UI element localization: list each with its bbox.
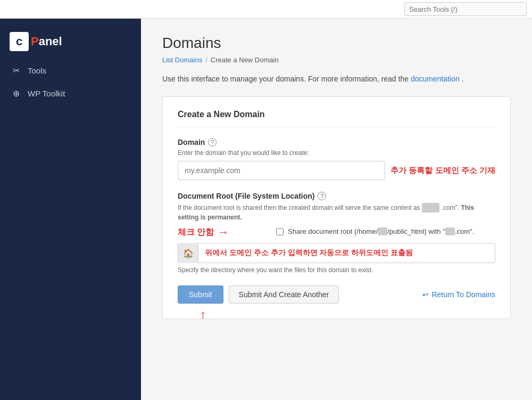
masked-domain-1 [422,203,439,213]
form-card: Create a New Domain Domain ? Enter the d… [162,96,511,319]
domain-help-icon[interactable]: ? [208,138,217,146]
domain-field-hint: Enter the domain that you would like to … [178,149,495,157]
return-to-domains-link[interactable]: ↩ Return To Domains [422,290,495,299]
main-layout: c Panel ✂ Tools ⊕ WP Toolkit Domains Lis… [0,19,532,400]
checkbox-row: Share document root (/home/ /public_html… [276,227,495,235]
submit-another-button[interactable]: Submit And Create Another [229,285,339,304]
domain-field-group: Domain ? Enter the domain that you would… [178,138,495,180]
top-bar [0,0,532,19]
domain-label-text: Domain [178,138,205,146]
check-label-text: 체크 안함 [178,227,214,238]
sidebar-item-tools-label: Tools [28,66,46,75]
submit-arrow-icon: ↑ [200,308,206,322]
form-card-title: Create a New Domain [178,110,495,127]
submit-button[interactable]: Submit [178,285,223,304]
logo-c-letter: c [16,35,22,48]
home-icon: 🏠 [178,243,198,263]
checkbox-label: Share document root (/home/ /public_html… [288,227,474,235]
check-annotation-label: 체크 안함 → [178,225,229,239]
checkbox-suffix: .com". [455,227,474,235]
dir-input-row: 🏠 위에서 도메인 주소 추가 입력하면 자동으로 하위도메인 표출됨 [178,243,495,263]
breadcrumb: List Domains / Create a New Domain [162,56,511,64]
documentation-link[interactable]: documentation [411,75,460,83]
checkbox-wrapper: 체크 안함 → Share document root (/home/ /pub… [276,227,495,235]
domain-field-label: Domain ? [178,138,495,146]
sidebar-item-wp-toolkit[interactable]: ⊕ WP Toolkit [0,82,141,105]
search-tools-input[interactable] [404,2,527,16]
docroot-help-icon[interactable]: ? [318,192,326,200]
masked-username [378,227,387,235]
docroot-hint-prefix: If the document root is shared then the … [178,204,420,211]
description-prefix: Use this interface to manage your domain… [162,75,409,83]
docroot-label: Document Root (File System Location) ? [178,192,495,200]
cpanel-logo: c Panel [0,24,141,59]
share-docroot-checkbox[interactable] [276,228,284,235]
logo-word: Panel [31,35,62,48]
docroot-field-group: Document Root (File System Location) ? I… [178,192,495,274]
breadcrumb-separator: / [205,56,207,64]
docroot-hint: If the document root is shared then the … [178,203,495,222]
domain-annotation: 추가 등록할 도메인 주소 기재 [390,166,495,176]
page-title: Domains [162,35,511,52]
domain-input[interactable] [178,161,385,180]
docroot-hint-mid: .com". [442,204,461,211]
sidebar: c Panel ✂ Tools ⊕ WP Toolkit [0,19,141,400]
sidebar-item-tools[interactable]: ✂ Tools [0,59,141,82]
checkbox-mid: /public_html) with " [387,227,445,235]
checkbox-prefix: Share document root (/home/ [288,227,378,235]
breadcrumb-current: Create a New Domain [211,56,279,64]
logo-c-box: c [10,32,29,51]
return-arrow-icon: ↩ [422,290,429,299]
dir-annotation: 위에서 도메인 주소 추가 입력하면 자동으로 하위도메인 표출됨 [198,248,495,258]
arrow-right-icon: → [217,225,229,239]
description-suffix: . [462,75,464,83]
masked-domain-2 [445,227,455,235]
content-area: Domains List Domains / Create a New Doma… [141,19,532,400]
page-description: Use this interface to manage your domain… [162,74,511,85]
dir-hint: Specify the directory where you want the… [178,266,495,274]
domain-input-row: 추가 등록할 도메인 주소 기재 [178,161,495,180]
docroot-label-text: Document Root (File System Location) [178,192,314,200]
tools-icon: ✂ [11,66,21,76]
wp-icon: ⊕ [11,88,21,99]
return-label: Return To Domains [431,290,495,299]
button-row: Submit ↑ Submit And Create Another ↩ Ret… [178,285,495,304]
breadcrumb-list-domains[interactable]: List Domains [162,56,202,64]
sidebar-item-wp-label: WP Toolkit [28,89,65,98]
